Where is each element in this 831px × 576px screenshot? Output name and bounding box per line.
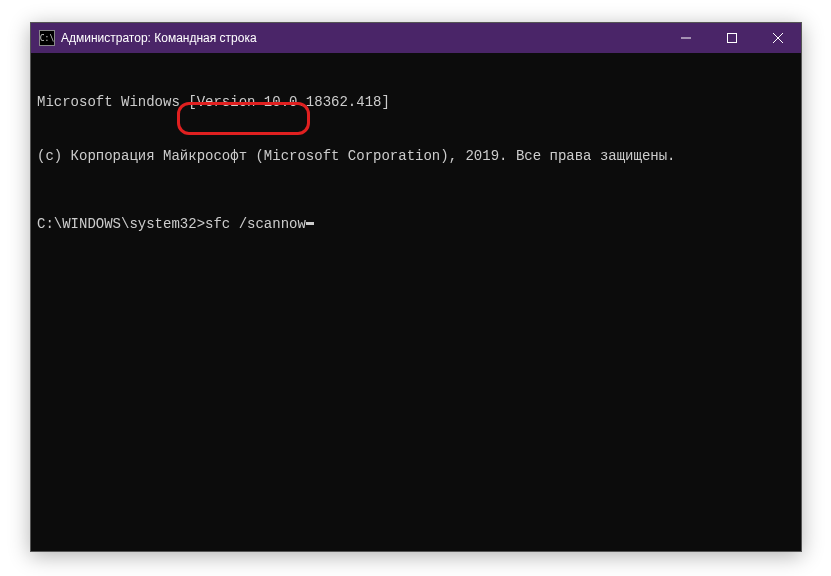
- maximize-icon: [727, 33, 737, 43]
- terminal-area[interactable]: Microsoft Windows [Version 10.0.18362.41…: [31, 53, 801, 273]
- window-controls: [663, 23, 801, 53]
- command-text: sfc /scannow: [205, 215, 306, 233]
- command-prompt-window: C:\ Администратор: Командная строка: [30, 22, 802, 552]
- window-title: Администратор: Командная строка: [61, 31, 663, 45]
- prompt-line: C:\WINDOWS\system32>sfc /scannow: [37, 215, 795, 233]
- minimize-icon: [681, 33, 691, 43]
- app-icon-text: C:\: [40, 34, 54, 43]
- prompt-text: C:\WINDOWS\system32>: [37, 215, 205, 233]
- close-button[interactable]: [755, 23, 801, 53]
- close-icon: [773, 33, 783, 43]
- minimize-button[interactable]: [663, 23, 709, 53]
- text-cursor: [306, 222, 314, 225]
- titlebar[interactable]: C:\ Администратор: Командная строка: [31, 23, 801, 53]
- svg-rect-1: [728, 34, 737, 43]
- maximize-button[interactable]: [709, 23, 755, 53]
- version-line: Microsoft Windows [Version 10.0.18362.41…: [37, 93, 795, 111]
- copyright-line: (c) Корпорация Майкрософт (Microsoft Cor…: [37, 147, 795, 165]
- app-icon: C:\: [39, 30, 55, 46]
